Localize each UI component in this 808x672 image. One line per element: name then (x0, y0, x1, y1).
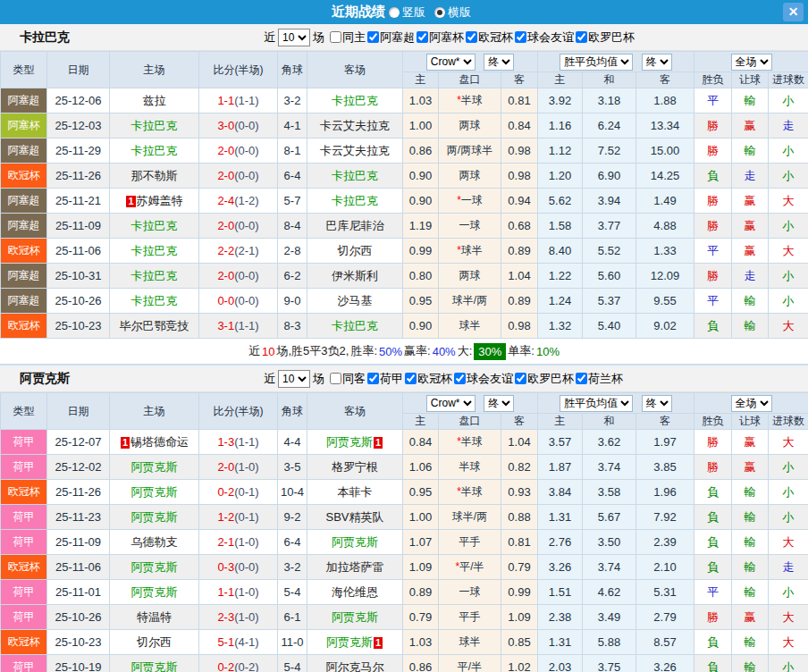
asia-away-odds: 0.94 (501, 189, 538, 214)
euro-draw-odds: 3.62 (583, 430, 636, 455)
euro-away-odds: 1.97 (636, 430, 694, 455)
match-count-select[interactable]: 10 (278, 29, 310, 46)
match-row: 欧冠杯25-11-06卡拉巴克2-2(2-1)2-8切尔西0.99*球半0.89… (1, 239, 808, 264)
full-time-score: 2-0 (217, 269, 234, 282)
half-time-score: (0-0) (234, 219, 258, 232)
euro-away-odds: 1.96 (636, 480, 694, 505)
league-filter[interactable]: 阿塞超 (367, 29, 415, 46)
near-label: 近 (264, 29, 275, 46)
euro-home-odds: 1.16 (538, 113, 583, 139)
league-filter-checkbox[interactable] (576, 31, 587, 43)
half-time-score: (1-2) (234, 194, 258, 207)
score-cell: 2-4(1-2) (199, 189, 278, 214)
league-filter[interactable]: 球会友谊 (454, 371, 513, 387)
match-row: 阿塞超25-10-31卡拉巴克2-0(0-0)6-2伊米斯利0.80两球1.04… (1, 264, 808, 289)
asia-odds-source-select[interactable]: Crow* (426, 54, 476, 71)
league-filters: 阿塞超阿塞杯欧冠杯球会友谊欧罗巴杯 (366, 29, 635, 46)
result-goals-cell: 小 (769, 655, 808, 672)
match-count-select[interactable]: 10 (278, 370, 310, 388)
result-handicap-cell: 輸 (732, 530, 769, 555)
score-cell: 2-1(1-0) (199, 530, 278, 555)
league-filter-checkbox[interactable] (367, 31, 379, 43)
home-team-cell: 切尔西 (110, 630, 199, 655)
full-time-score: 2-2 (217, 244, 234, 257)
vertical-layout-radio[interactable] (389, 7, 400, 18)
away-team-cell-name: 阿贾克斯 (332, 610, 378, 624)
recent-results-dialog: 近期战绩 竖版 横版 ✕ 卡拉巴克 近 10 场 同主 阿塞超阿塞杯欧冠杯球会友… (0, 0, 808, 672)
league-filter-checkbox[interactable] (515, 373, 526, 384)
asia-odds-time-select[interactable]: 终 (484, 54, 514, 71)
same-venue-checkbox[interactable] (330, 31, 341, 43)
result-outcome-cell: 平 (694, 239, 732, 264)
league-filter[interactable]: 欧冠杯 (466, 29, 513, 46)
corners-cell: 3-5 (278, 455, 307, 480)
summary-text: 近 (248, 343, 260, 359)
handicap-cell: 球半 (439, 314, 501, 339)
corners-cell: 4-1 (278, 113, 307, 139)
summary-text: 赢率: (404, 343, 431, 359)
euro-home-odds: 2.38 (538, 605, 583, 630)
scope-select[interactable]: 全场 (731, 54, 772, 71)
league-filter-checkbox[interactable] (405, 373, 417, 384)
same-venue-filter[interactable]: 同客 (330, 371, 366, 387)
handicap-cell: *球半 (439, 239, 501, 264)
league-filter[interactable]: 阿塞杯 (417, 29, 464, 46)
league-filter[interactable]: 球会友谊 (515, 29, 574, 46)
result-goals-cell: 小 (769, 88, 808, 113)
asia-home-odds: 1.00 (403, 113, 439, 139)
league-filter-checkbox[interactable] (466, 31, 477, 43)
away-team-cell-name: 格罗宁根 (332, 460, 378, 474)
result-goals-cell: 小 (769, 139, 808, 164)
match-date: 25-11-09 (47, 530, 110, 555)
handicap-cell: 平/半 (439, 655, 501, 672)
match-row: 荷甲25-11-09乌德勒支2-1(1-0)6-4阿贾克斯1.07平手0.812… (1, 530, 808, 555)
league-type-cell: 荷甲 (1, 605, 47, 630)
vertical-layout-label[interactable]: 竖版 (402, 4, 425, 21)
same-venue-filter[interactable]: 同主 (330, 29, 366, 46)
match-date: 25-12-02 (47, 455, 110, 480)
summary-text: 大: (458, 343, 473, 359)
asia-odds-time-select[interactable]: 终 (484, 395, 514, 412)
league-type-cell: 荷甲 (1, 655, 47, 672)
league-type-cell: 荷甲 (1, 505, 47, 530)
result-handicap-cell: 輸 (732, 555, 769, 580)
horizontal-layout-radio[interactable] (434, 7, 445, 18)
league-type-cell: 荷甲 (1, 530, 47, 555)
euro-odds-source-select[interactable]: 胜平负均值 (560, 395, 633, 412)
league-filter[interactable]: 荷甲 (367, 371, 403, 387)
half-time-score: (1-0) (234, 585, 258, 599)
league-filter-checkbox[interactable] (367, 373, 379, 384)
league-filter[interactable]: 欧罗巴杯 (576, 29, 635, 46)
league-type-cell: 欧冠杯 (1, 314, 47, 339)
horizontal-layout-label[interactable]: 横版 (448, 4, 471, 21)
league-filter[interactable]: 欧冠杯 (405, 371, 452, 387)
league-type-cell: 荷甲 (1, 430, 47, 455)
col-date: 日期 (47, 52, 110, 88)
league-filter[interactable]: 欧罗巴杯 (515, 371, 574, 387)
league-filter-checkbox[interactable] (417, 31, 428, 43)
league-filter[interactable]: 荷兰杯 (576, 371, 623, 387)
close-button[interactable]: ✕ (783, 3, 804, 21)
league-filter-checkbox[interactable] (515, 31, 526, 43)
euro-odds-time-select[interactable]: 终 (642, 395, 672, 412)
home-team-cell-name: 切尔西 (137, 635, 172, 649)
same-venue-checkbox[interactable] (330, 373, 341, 384)
result-outcome-cell: 平 (694, 580, 732, 605)
result-goals-cell: 大 (769, 314, 808, 339)
league-filter-checkbox[interactable] (454, 373, 466, 384)
euro-draw-odds: 6.24 (583, 113, 636, 139)
away-team-cell-name: 卡拉巴克 (332, 194, 378, 207)
asia-odds-source-select[interactable]: Crow* (426, 395, 476, 412)
asia-home-odds: 0.90 (403, 164, 439, 189)
euro-odds-source-select[interactable]: 胜平负均值 (560, 54, 633, 71)
half-time-score: (1-1) (234, 94, 258, 107)
home-team-cell: 特温特 (110, 605, 199, 630)
league-filter-checkbox[interactable] (576, 373, 587, 384)
subcol-asia-home: 主 (403, 72, 439, 88)
euro-home-odds: 1.22 (538, 264, 583, 289)
close-icon: ✕ (788, 4, 799, 19)
result-goals-cell: 小 (769, 264, 808, 289)
score-cell: 3-1(1-1) (199, 314, 278, 339)
euro-odds-time-select[interactable]: 终 (642, 54, 672, 71)
scope-select[interactable]: 全场 (731, 395, 772, 412)
